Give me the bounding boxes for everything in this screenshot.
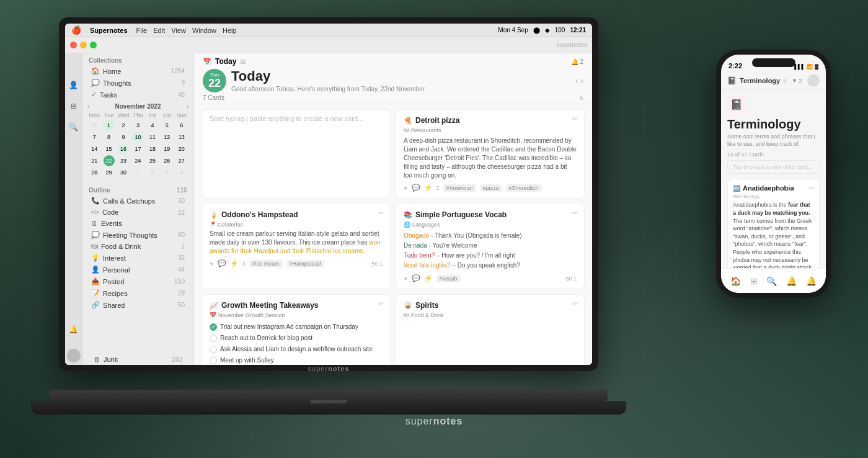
cal-day-17[interactable]: 17: [132, 143, 143, 155]
phone-filter-icon[interactable]: ≡: [783, 78, 787, 84]
cal-day-6[interactable]: 6: [176, 120, 187, 131]
sidebar-item-fleeting[interactable]: 💭 Fleeting Thoughts 80: [85, 229, 191, 241]
todo-check-3[interactable]: [210, 346, 217, 353]
growth-edit[interactable]: ✏: [378, 300, 384, 308]
cal-day-21[interactable]: 21: [89, 155, 100, 166]
cal-day-25[interactable]: 25: [147, 155, 158, 166]
tag-vocab[interactable]: #vocab: [436, 275, 461, 282]
bolt-icon[interactable]: ⚡: [424, 184, 433, 192]
sidebar-item-thoughts[interactable]: 💭 Thoughts 9: [85, 77, 191, 89]
menu-help[interactable]: Help: [223, 27, 237, 34]
cal-day-2[interactable]: 2: [118, 120, 129, 131]
menu-window[interactable]: Window: [192, 27, 216, 34]
cal-day-1[interactable]: 1: [104, 120, 115, 131]
cal-day-30[interactable]: 30: [118, 167, 129, 178]
minimize-button[interactable]: [80, 42, 87, 48]
cal-day-3[interactable]: 3: [132, 120, 143, 131]
sidebar-item-junk[interactable]: 🗑 Junk 243: [87, 354, 188, 365]
sidebar-icon-grid[interactable]: ⊞: [67, 99, 81, 113]
cal-day-27[interactable]: 27: [176, 155, 187, 166]
todo-check-2[interactable]: [210, 335, 217, 342]
comment-icon-2[interactable]: 💬: [218, 259, 226, 267]
cal-day-26[interactable]: 26: [161, 155, 172, 166]
cal-day-29[interactable]: 29: [104, 167, 115, 178]
tag-hampstead[interactable]: #Hampstead: [286, 260, 324, 267]
tag-shoreditch[interactable]: #Shoreditch: [506, 184, 542, 192]
heart-icon[interactable]: ♥: [404, 184, 408, 192]
cal-day-11[interactable]: 11: [147, 132, 158, 143]
cal-prev[interactable]: ‹: [87, 103, 89, 110]
sidebar-item-posted[interactable]: 📤 Posted 510: [85, 276, 191, 287]
sidebar-item-interest[interactable]: 💡 Interest 32: [85, 252, 191, 264]
cal-day-20[interactable]: 20: [176, 143, 187, 155]
cal-day-18[interactable]: 18: [147, 143, 158, 155]
cal-day-22-today[interactable]: 22: [104, 155, 115, 166]
close-button[interactable]: [70, 42, 77, 48]
apple-menu[interactable]: 🍎: [71, 25, 81, 35]
phone-nav-grid[interactable]: ⊞: [750, 276, 758, 286]
todo-check-4[interactable]: [210, 357, 217, 364]
heart-icon-3[interactable]: ♥: [404, 275, 408, 282]
filter-icon[interactable]: ⊞: [240, 58, 246, 66]
bolt-icon-3[interactable]: ⚡: [424, 274, 433, 282]
sidebar-item-home[interactable]: 🏠 Home 1254: [85, 65, 191, 77]
phone-new-card-input[interactable]: Tap to create a new child card...: [727, 160, 820, 174]
cal-day-31[interactable]: 31: [89, 120, 100, 131]
sidebar-item-code[interactable]: </> Code 22: [85, 207, 191, 218]
heart-icon-2[interactable]: ♥: [210, 260, 214, 267]
cal-day-19[interactable]: 19: [161, 143, 172, 155]
cal-day-4b[interactable]: 4: [176, 167, 187, 178]
cal-day-3b[interactable]: 3: [161, 167, 172, 178]
todo-check-1[interactable]: ✓: [210, 323, 217, 331]
sidebar-icon-search[interactable]: 🔍: [67, 120, 81, 134]
cal-day-14[interactable]: 14: [89, 143, 100, 155]
sidebar-item-personal[interactable]: 👤 Personal 44: [85, 264, 191, 276]
menu-edit[interactable]: Edit: [153, 27, 165, 34]
sidebar-item-food[interactable]: 🍽 Food & Drink 7: [85, 241, 191, 252]
menu-view[interactable]: View: [171, 27, 186, 34]
comment-icon[interactable]: 💬: [412, 184, 420, 192]
cal-day-2b[interactable]: 2: [147, 167, 158, 178]
sidebar-icon-avatar[interactable]: [67, 349, 81, 362]
cal-day-24[interactable]: 24: [132, 155, 143, 166]
new-card-input[interactable]: Start typing / paste anything to create …: [202, 109, 391, 199]
cal-day-5[interactable]: 5: [161, 120, 172, 131]
tag-pizza[interactable]: #pizza: [480, 184, 502, 192]
cal-day-8[interactable]: 8: [104, 132, 115, 143]
tag-american[interactable]: #American: [443, 184, 476, 192]
sidebar-item-events[interactable]: 🗓 Events: [85, 218, 191, 229]
collapse-icon[interactable]: ∧: [579, 94, 583, 101]
cal-day-4[interactable]: 4: [147, 120, 158, 131]
phone-nav-bell2[interactable]: 🔔: [806, 276, 817, 286]
oddonos-edit-icon[interactable]: ✏: [378, 209, 384, 217]
cal-day-7[interactable]: 7: [89, 132, 100, 143]
cal-day-15[interactable]: 15: [104, 143, 115, 155]
bolt-icon-2[interactable]: ⚡: [230, 259, 239, 267]
cal-day-16[interactable]: 16: [118, 143, 129, 155]
next-arrow[interactable]: ›: [580, 76, 583, 86]
maximize-button[interactable]: [90, 42, 97, 48]
tag-icecream[interactable]: #ice cream: [249, 260, 283, 267]
menu-file[interactable]: File: [136, 27, 148, 34]
sidebar-item-tasks[interactable]: ✓ Tasks 46: [85, 89, 191, 101]
cal-day-10[interactable]: 10: [132, 132, 143, 143]
comment-icon-3[interactable]: 💬: [412, 274, 420, 282]
prev-arrow[interactable]: ‹: [575, 76, 578, 86]
phone-nav-home[interactable]: 🏠: [730, 276, 741, 286]
spirits-edit[interactable]: ✏: [572, 300, 578, 308]
sidebar-icon-bell[interactable]: 🔔: [67, 323, 81, 336]
phone-nav-bell[interactable]: 🔔: [786, 276, 797, 286]
anatidaephobia-edit[interactable]: ✏: [809, 185, 814, 192]
cal-day-13[interactable]: 13: [176, 132, 187, 143]
cal-day-1b[interactable]: 1: [132, 167, 143, 178]
portuguese-edit[interactable]: ✏: [572, 209, 578, 217]
sidebar-item-shared[interactable]: 🔗 Shared 50: [85, 299, 191, 311]
cal-next[interactable]: ›: [187, 103, 188, 110]
cal-day-28[interactable]: 28: [89, 167, 100, 178]
sidebar-icon-person[interactable]: 👤: [67, 78, 81, 92]
phone-avatar[interactable]: [807, 74, 820, 87]
cal-day-23[interactable]: 23: [118, 155, 129, 166]
cal-day-12[interactable]: 12: [161, 132, 172, 143]
cal-day-9[interactable]: 9: [118, 132, 129, 143]
phone-nav-search[interactable]: 🔍: [766, 276, 777, 286]
